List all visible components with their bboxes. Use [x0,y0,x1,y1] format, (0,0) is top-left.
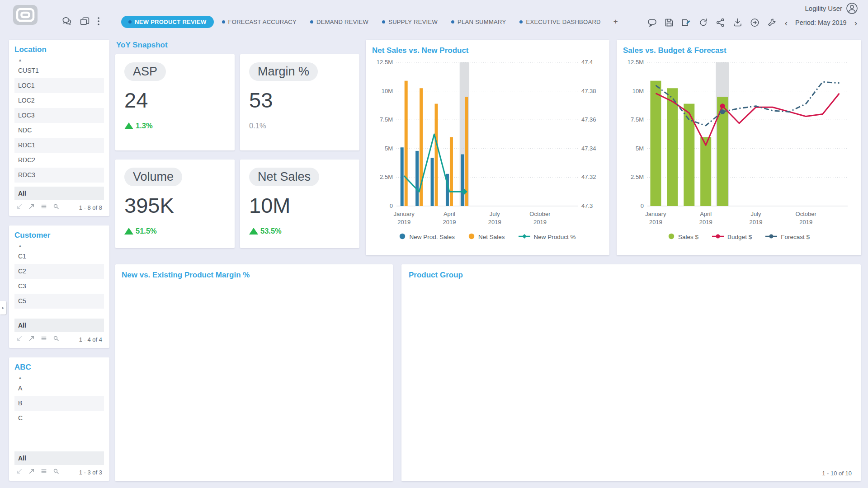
svg-text:12.5M: 12.5M [627,59,644,66]
tab-dot-icon [519,20,523,23]
filter-item-c2[interactable]: C2 [14,264,104,279]
go-arrow-circle-icon[interactable] [750,18,760,28]
filter-item-all[interactable]: All [14,187,104,200]
kebab-menu-icon[interactable] [97,16,100,26]
app-logo-icon[interactable] [13,5,38,25]
filter-title: Location [14,45,104,54]
tab-dot-icon [382,20,385,23]
kpi-value: 10M [249,193,290,218]
svg-text:January: January [394,211,415,217]
tab-label: SUPPLY REVIEW [388,19,438,25]
refresh-icon[interactable] [698,18,708,28]
chart-title: Net Sales vs. New Product [372,46,603,55]
svg-text:10M: 10M [632,88,644,94]
share-icon[interactable] [715,18,726,28]
filter-item-rdc2[interactable]: RDC2 [14,153,104,168]
tab-label: NEW PRODUCT REVIEW [135,19,207,25]
filter-item-all[interactable]: All [14,319,104,332]
svg-text:2019: 2019 [749,219,762,225]
filter-item-loc3[interactable]: LOC3 [14,108,104,123]
filter-item-c5[interactable]: C5 [14,294,104,309]
filter-item-a[interactable]: A [14,381,104,396]
tab-new-product-review[interactable]: NEW PRODUCT REVIEW [121,16,214,28]
svg-text:2019: 2019 [488,219,501,225]
sales-vs-budget-forecast-svg[interactable]: 12.5M10M7.5M5M2.5M0January2019April2019J… [623,57,855,230]
filter-item-loc2[interactable]: LOC2 [14,93,104,108]
drill-up-icon[interactable] [28,335,35,343]
legend-label: Forecast $ [781,234,810,240]
sort-ascending-icon[interactable]: ▲ [18,375,104,380]
search-icon[interactable] [53,335,59,343]
drill-up-icon[interactable] [28,203,35,211]
kpi-label: Volume [124,168,182,186]
svg-text:October: October [796,211,817,217]
legend-item-net-sales[interactable]: Net Sales [468,233,505,241]
filter-item-cust1[interactable]: CUST1 [14,63,104,78]
filter-item-c[interactable]: C [14,411,104,426]
tab-demand-review[interactable]: DEMAND REVIEW [305,16,374,28]
search-icon[interactable] [53,203,59,211]
drill-up-icon[interactable] [28,468,35,476]
svg-text:April: April [443,211,455,217]
legend-item-forecast-[interactable]: Forecast $ [765,234,810,240]
download-icon[interactable] [732,18,743,28]
legend-label: Budget $ [727,234,752,240]
drill-down-icon[interactable] [16,203,23,211]
sort-ascending-icon[interactable]: ▲ [18,58,104,62]
yoy-snapshot-section: YoY Snapshot ASP241.3%Margin %530.1%Volu… [115,40,359,255]
legend-item-sales-[interactable]: Sales $ [668,233,698,241]
filter-toolbar: 1 - 8 of 8 [14,200,104,212]
drill-down-icon[interactable] [16,335,23,343]
filter-item-all[interactable]: All [14,451,104,465]
search-icon[interactable] [53,468,59,476]
filter-item-b[interactable]: B [14,396,104,411]
filter-item-loc1[interactable]: LOC1 [14,78,104,93]
sidebar-collapse-handle[interactable]: ▸ [0,301,6,314]
svg-text:2019: 2019 [699,219,712,225]
dashboard-tabs: NEW PRODUCT REVIEWFORECAST ACCURACYDEMAN… [121,15,623,28]
user-menu[interactable]: Logility User [805,2,858,14]
folders-icon[interactable] [80,16,90,26]
filter-item-c3[interactable]: C3 [14,279,104,294]
menu-icon[interactable] [41,468,47,476]
svg-text:10M: 10M [382,88,393,94]
add-tab-button[interactable]: + [609,15,623,28]
tab-forecast-accuracy[interactable]: FORECAST ACCURACY [217,16,302,28]
kpi-delta: 51.5% [124,227,157,235]
svg-text:47.4: 47.4 [581,59,593,66]
drill-down-icon[interactable] [16,468,23,476]
net-sales-vs-new-product-svg[interactable]: 12.5M47.410M47.387.5M47.365M47.342.5M47.… [372,57,603,230]
sort-ascending-icon[interactable]: ▲ [18,244,104,248]
filter-toolbar: 1 - 3 of 3 [14,465,104,477]
tab-supply-review[interactable]: SUPPLY REVIEW [377,16,443,28]
tab-executive-dashboard[interactable]: EXECUTIVE DASHBOARD [514,16,606,28]
legend-item-new-prod-sales[interactable]: New Prod. Sales [399,233,455,241]
kpi-delta: 53.5% [249,227,282,235]
kpi-card-net-sales: Net Sales10M53.5% [240,160,359,248]
filter-list: ABC [14,381,104,426]
period-next-button[interactable]: › [854,19,858,27]
filter-item-rdc1[interactable]: RDC1 [14,138,104,153]
filter-item-c1[interactable]: C1 [14,249,104,264]
period-prev-button[interactable]: ‹ [784,19,788,27]
legend-item-new-product-[interactable]: New Product % [519,234,576,240]
wrench-icon[interactable] [767,18,777,28]
svg-text:2019: 2019 [443,219,456,225]
comment-icon[interactable] [647,18,657,28]
chat-icon[interactable] [61,16,72,26]
svg-text:2019: 2019 [649,219,662,225]
topbar-left-icons [61,16,100,26]
legend-item-budget-[interactable]: Budget $ [712,234,752,240]
tab-label: FORECAST ACCURACY [228,19,297,25]
filter-item-rdc3[interactable]: RDC3 [14,168,104,183]
menu-icon[interactable] [41,335,47,343]
save-icon[interactable] [664,18,674,28]
tab-plan-summary[interactable]: PLAN SUMMARY [446,16,511,28]
menu-icon[interactable] [41,203,47,211]
topbar-right: Logility User [647,2,858,28]
tab-dot-icon [451,20,454,23]
kpi-label: Net Sales [249,168,319,186]
save-as-edit-icon[interactable] [681,18,691,28]
table-title: Product Group [409,271,854,280]
filter-item-ndc[interactable]: NDC [14,123,104,138]
